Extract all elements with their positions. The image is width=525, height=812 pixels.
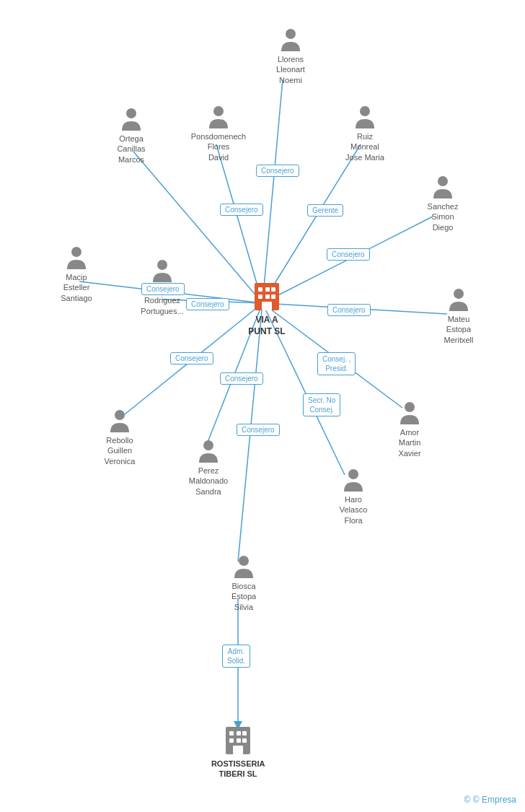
svg-point-23 (286, 29, 296, 39)
badge-consejero-macip[interactable]: Consejero (141, 283, 185, 295)
person-perez[interactable]: Perez Maldonado Sandra (176, 439, 241, 497)
person-rebollo[interactable]: Rebollo Guillen Veronica (91, 409, 149, 466)
svg-rect-22 (262, 302, 272, 310)
person-icon (343, 468, 364, 493)
svg-rect-19 (258, 294, 262, 299)
svg-point-26 (360, 106, 370, 116)
person-label: Sanchez Simon Diego (428, 201, 459, 232)
svg-rect-37 (229, 731, 234, 735)
person-icon (208, 105, 229, 130)
svg-point-28 (71, 247, 81, 257)
person-icon (280, 27, 301, 53)
person-ruiz[interactable]: Ruiz Monreal Jose Maria (336, 105, 394, 162)
badge-consejero-sanchez[interactable]: Consejero (327, 248, 370, 261)
main-container: VIA A PUNT SL Llorens Lleonart Noemi Pon… (0, 0, 525, 812)
network-lines (0, 0, 525, 812)
person-label: Biosca Estopa Silvia (231, 581, 256, 612)
badge-consejero-aguirre[interactable]: Consejero (186, 298, 229, 310)
svg-rect-41 (237, 738, 241, 743)
person-icon (66, 245, 87, 271)
person-ortega[interactable]: Ortega Canillas Marcos (102, 107, 160, 165)
person-icon (399, 401, 420, 426)
badge-consejero-mateu[interactable]: Consejero (327, 304, 371, 316)
person-label: Mateu Estopa Meritxell (444, 314, 474, 345)
company-icon-main (253, 281, 281, 312)
svg-point-35 (239, 556, 249, 566)
person-biosca[interactable]: Biosca Estopa Silvia (215, 554, 273, 612)
center-company-label: VIA A PUNT SL (245, 315, 288, 337)
svg-point-32 (203, 440, 213, 450)
svg-point-33 (405, 402, 415, 412)
person-icon (448, 287, 469, 313)
person-icon (233, 554, 255, 580)
person-label: Ponsdomenech Flores David (191, 131, 246, 162)
center-company-node[interactable]: VIA A PUNT SL (245, 281, 288, 337)
person-label: Macip Esteller Santiago (61, 272, 92, 303)
person-icon (120, 107, 142, 132)
svg-rect-21 (271, 294, 275, 299)
badge-adm-solid[interactable]: Adm. Solid. (222, 645, 250, 668)
svg-point-30 (454, 289, 464, 299)
svg-point-27 (438, 176, 448, 186)
person-llorens[interactable]: Llorens Lleonart Noemi (265, 27, 316, 85)
person-label: Ruiz Monreal Jose Maria (345, 131, 384, 162)
person-label: Amor Martin Xavier (398, 427, 420, 458)
badge-consejero-rebollo[interactable]: Consejero (170, 352, 213, 364)
badge-consejero-9[interactable]: Consejero (220, 372, 263, 385)
svg-point-24 (213, 106, 224, 116)
svg-rect-20 (265, 294, 270, 299)
person-icon (432, 175, 454, 200)
svg-point-25 (126, 108, 136, 118)
badge-secr-no-consej[interactable]: Secr. No Consej. (303, 393, 340, 416)
person-haro[interactable]: Haro Velasco Flora (325, 468, 382, 525)
badge-gerente-ruiz[interactable]: Gerente (307, 204, 343, 217)
person-mateu[interactable]: Mateu Estopa Meritxell (430, 287, 488, 345)
watermark: © © Empresa (464, 795, 516, 805)
person-ponsdomenech[interactable]: Ponsdomenech Flores David (186, 105, 251, 162)
svg-rect-43 (233, 746, 243, 754)
subsidiary-company-label: ROSTISSERIA TIBERI SL (211, 759, 265, 780)
svg-rect-38 (237, 731, 241, 735)
svg-rect-18 (271, 287, 275, 292)
subsidiary-company-node[interactable]: ROSTISSERIA TIBERI SL (213, 725, 263, 780)
person-icon (151, 258, 173, 284)
svg-point-31 (115, 410, 125, 420)
svg-rect-42 (242, 738, 247, 743)
svg-point-29 (157, 260, 167, 270)
svg-point-34 (348, 469, 358, 479)
watermark-text: © Empresa (473, 795, 516, 805)
person-icon (354, 105, 376, 130)
person-label: Haro Velasco Flora (340, 494, 368, 525)
person-label: Ortega Canillas Marcos (117, 134, 145, 165)
person-label: Rebollo Guillen Veronica (105, 435, 136, 466)
person-icon (109, 409, 131, 434)
badge-consej-presid[interactable]: Consej. , Presid. (317, 352, 356, 375)
badge-consejero-perez[interactable]: Consejero (237, 424, 280, 436)
person-amor[interactable]: Amor Martin Xavier (381, 401, 438, 458)
badge-consejero-llorens[interactable]: Consejero (256, 165, 299, 177)
person-icon (198, 439, 219, 464)
svg-rect-17 (265, 287, 270, 292)
watermark-symbol: © (464, 795, 471, 805)
svg-rect-39 (242, 731, 247, 735)
svg-rect-40 (229, 738, 234, 743)
svg-rect-16 (258, 287, 262, 292)
person-sanchez[interactable]: Sanchez Simon Diego (414, 175, 472, 232)
person-macip[interactable]: Macip Esteller Santiago (48, 245, 105, 303)
company-icon-subsidiary (224, 725, 252, 756)
badge-consejero-ponsdomenech[interactable]: Consejero (220, 204, 263, 216)
person-label: Perez Maldonado Sandra (189, 466, 228, 497)
person-label: Llorens Lleonart Noemi (276, 54, 305, 85)
svg-line-0 (262, 79, 283, 303)
